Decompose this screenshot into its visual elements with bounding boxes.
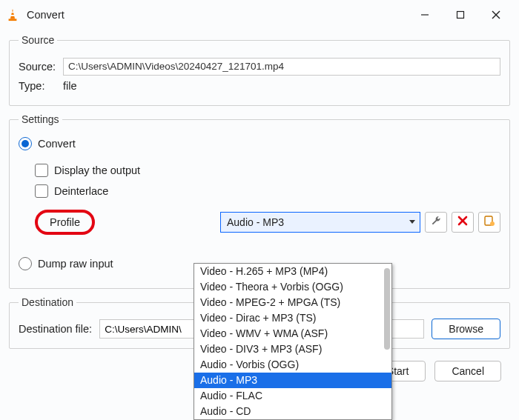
svg-rect-3 — [9, 19, 17, 21]
profile-combobox[interactable]: Audio - MP3 — [220, 212, 420, 233]
close-button[interactable] — [479, 3, 513, 27]
profile-option[interactable]: Video - Theora + Vorbis (OGG) — [194, 279, 391, 295]
svg-rect-1 — [11, 12, 14, 13]
cancel-button[interactable]: Cancel — [434, 361, 501, 381]
profile-combobox-value: Audio - MP3 — [227, 216, 284, 228]
deinterlace-checkbox[interactable] — [35, 184, 48, 198]
browse-button[interactable]: Browse — [432, 319, 500, 339]
chevron-down-icon — [408, 216, 417, 228]
profile-option[interactable]: Video - MPEG-2 + MPGA (TS) — [194, 295, 391, 310]
destination-file-label: Destination file: — [19, 323, 92, 335]
dump-raw-label: Dump raw input — [38, 258, 113, 270]
settings-legend: Settings — [19, 113, 62, 125]
profile-option[interactable]: Video - Dirac + MP3 (TS) — [194, 310, 391, 326]
display-output-checkbox[interactable] — [35, 164, 48, 177]
dropdown-scrollbar[interactable] — [384, 268, 390, 350]
window-title: Convert — [27, 9, 65, 21]
profile-highlight: Profile — [35, 210, 95, 235]
deinterlace-label: Deinterlace — [54, 185, 108, 197]
profile-option[interactable]: Video - H.265 + MP3 (MP4) — [194, 264, 391, 279]
window-controls — [408, 3, 513, 27]
type-label: Type: — [19, 80, 63, 92]
minimize-button[interactable] — [408, 3, 442, 27]
x-red-icon — [457, 215, 469, 230]
svg-rect-5 — [457, 12, 464, 19]
display-output-label: Display the output — [54, 164, 140, 176]
profile-option[interactable]: Audio - MP3 — [194, 373, 391, 388]
profile-option[interactable]: Video - DIV3 + MP3 (ASF) — [194, 341, 391, 357]
svg-marker-8 — [409, 220, 415, 224]
profile-option[interactable]: Audio - Vorbis (OGG) — [194, 357, 391, 373]
profile-option[interactable]: Audio - CD — [194, 404, 391, 419]
destination-legend: Destination — [19, 296, 76, 308]
new-profile-button[interactable] — [478, 212, 500, 233]
svg-point-12 — [490, 221, 495, 226]
profile-label: Profile — [50, 216, 80, 228]
wrench-icon — [430, 215, 442, 230]
delete-profile-button[interactable] — [452, 212, 474, 233]
svg-marker-0 — [10, 9, 15, 19]
source-value-field[interactable]: C:\Users\ADMIN\Videos\20240427_121701.mp… — [63, 58, 500, 76]
source-group: Source Source: C:\Users\ADMIN\Videos\202… — [9, 34, 510, 106]
type-value: file — [63, 80, 77, 92]
dump-raw-radio[interactable] — [19, 257, 32, 270]
profile-option[interactable]: Video - WMV + WMA (ASF) — [194, 326, 391, 341]
maximize-button[interactable] — [443, 3, 477, 27]
vlc-cone-icon — [6, 8, 19, 21]
source-legend: Source — [19, 34, 57, 46]
titlebar: Convert — [0, 0, 519, 30]
profile-dropdown-list[interactable]: Video - H.265 + MP3 (MP4)Video - Theora … — [194, 263, 392, 420]
source-label: Source: — [19, 61, 63, 73]
svg-rect-2 — [10, 15, 15, 16]
edit-profile-button[interactable] — [425, 212, 447, 233]
profile-option[interactable]: Audio - FLAC — [194, 388, 391, 404]
convert-radio-label: Convert — [38, 138, 76, 150]
new-profile-icon — [483, 215, 495, 230]
convert-radio[interactable] — [19, 137, 32, 150]
